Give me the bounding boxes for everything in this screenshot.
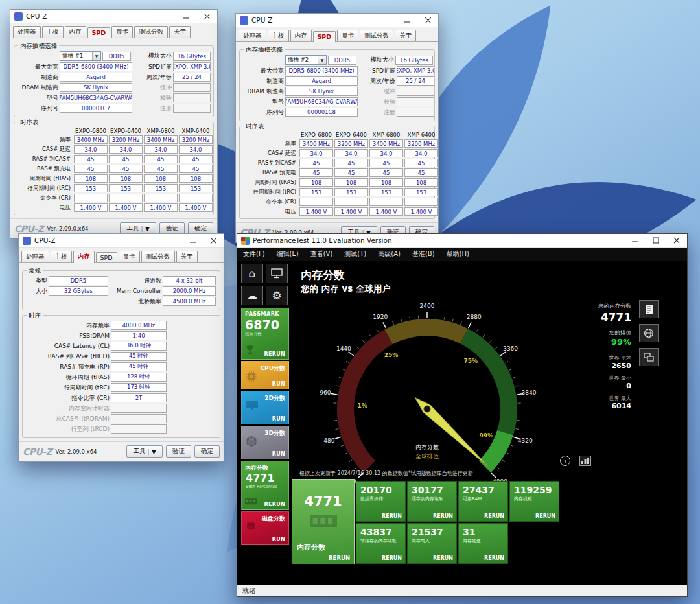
ram-icon: [308, 513, 339, 533]
tab-显卡[interactable]: 显卡: [337, 30, 358, 41]
tab-测试分数[interactable]: 测试分数: [134, 26, 168, 38]
slot-select[interactable]: 插槽 #2▼: [285, 55, 327, 65]
close-button[interactable]: [666, 234, 687, 247]
minimize-button[interactable]: [625, 234, 646, 247]
pt-titlebar[interactable]: PerformanceTest 11.0 Evaluation Version: [237, 234, 687, 248]
titlebar[interactable]: CPU-Z: [10, 10, 217, 23]
titlebar[interactable]: CPU-Z: [19, 234, 224, 248]
timing-cell: 45: [299, 159, 333, 167]
timing-cell: 34.0: [109, 145, 143, 154]
timing-cell: 108: [334, 178, 368, 187]
memory-rerun-button[interactable]: RERUN: [264, 502, 285, 507]
tab-关于[interactable]: 关于: [395, 30, 416, 41]
info-icon[interactable]: i: [560, 456, 570, 466]
tab-关于[interactable]: 关于: [176, 251, 198, 262]
tab-主板[interactable]: 主板: [51, 251, 72, 262]
validate-button[interactable]: 验证: [166, 445, 191, 458]
close-button[interactable]: [196, 10, 217, 23]
result-rerun-button[interactable]: RERUN: [433, 555, 453, 561]
timing-row-label: 周期时间 (tRAS): [242, 179, 298, 187]
disk-score-tile[interactable]: 磁盘分数 RUN: [241, 511, 289, 545]
memory-tile-label: 内存分数: [245, 464, 268, 472]
result-tile-4[interactable]: 43837 非缓存的内存读取 RERUN: [356, 523, 406, 564]
passmark-rerun-button[interactable]: RERUN: [264, 351, 285, 357]
field-value: 2T: [111, 393, 167, 402]
tab-处理器[interactable]: 处理器: [13, 26, 41, 38]
result-rerun-button[interactable]: RERUN: [382, 555, 402, 561]
tab-主板[interactable]: 主板: [268, 30, 289, 41]
tab-测试分数[interactable]: 测试分数: [141, 251, 175, 262]
tab-关于[interactable]: 关于: [169, 26, 191, 38]
tab-内存[interactable]: 内存: [290, 30, 312, 41]
result-rerun-button[interactable]: RERUN: [382, 513, 402, 519]
result-tile-0[interactable]: 20170 数据库操作 RERUN: [356, 481, 406, 522]
tab-内存[interactable]: 内存: [65, 26, 86, 38]
svg-text:1440: 1440: [336, 345, 351, 352]
result-tile-1[interactable]: 30177 缓存的内存读取 RERUN: [407, 481, 457, 522]
field-value: 16 GBytes: [173, 52, 211, 61]
tab-测试分数[interactable]: 测试分数: [360, 30, 393, 41]
field-value: Asgard: [285, 76, 358, 86]
tools-button[interactable]: 工具|▼: [126, 445, 163, 458]
menu-item-5[interactable]: 基准(B): [406, 248, 441, 261]
tab-显卡[interactable]: 显卡: [119, 251, 140, 262]
result-rerun-button[interactable]: RERUN: [433, 513, 453, 519]
menu-item-0[interactable]: 文件(F): [237, 248, 271, 261]
timing-cell: 3400 MHz: [299, 139, 333, 148]
menu-item-4[interactable]: 高级(A): [372, 248, 406, 261]
g3d-score-tile[interactable]: 3D分数 RUN: [241, 426, 289, 459]
field-value: DDR5-6800 (3400 MHz): [285, 66, 358, 75]
maximize-button[interactable]: [646, 234, 666, 247]
menu-item-3[interactable]: 测试(T): [338, 248, 372, 261]
minimize-button[interactable]: [182, 234, 203, 247]
cpu-score-tile[interactable]: CPU分数 RUN: [241, 361, 289, 389]
result-tile-6[interactable]: 31 内存延迟 RERUN: [458, 523, 508, 564]
menu-item-1[interactable]: 编辑(E): [271, 248, 305, 261]
titlebar[interactable]: CPU-Z: [236, 14, 438, 27]
memory-score-main-tile[interactable]: 4771 内存分数 RERUN: [292, 479, 355, 564]
baseline-monitor-icon[interactable]: [266, 264, 288, 283]
memory-score-tile[interactable]: 内存分数 4771 59th Percentile RERUN: [241, 461, 289, 510]
tab-处理器[interactable]: 处理器: [21, 251, 49, 262]
desktop: CPU-Z 处理器主板内存SPD显卡测试分数关于 内存插槽选择 插槽 #1▼ D…: [0, 0, 700, 604]
g2d-run-button[interactable]: RUN: [272, 416, 285, 422]
field-value: EXPO, XMP 3.0: [173, 62, 211, 71]
tab-显卡[interactable]: 显卡: [111, 26, 133, 38]
g3d-run-button[interactable]: RUN: [272, 451, 285, 457]
cloud-icon[interactable]: ☁: [241, 286, 263, 305]
passmark-rating-tile[interactable]: PASSMARK 6870 综合分数 RERUN: [241, 308, 289, 360]
tab-处理器[interactable]: 处理器: [239, 30, 266, 41]
tab-内存[interactable]: 内存: [73, 251, 95, 263]
result-rerun-button[interactable]: RERUN: [484, 513, 504, 519]
timing-cell: 108: [404, 178, 438, 187]
main-tile-rerun-button[interactable]: RERUN: [329, 555, 350, 561]
compare-icon[interactable]: [639, 348, 659, 366]
slot-type-field: DDR5: [102, 52, 131, 61]
gear-icon[interactable]: ⚙: [266, 286, 288, 305]
cpu-run-button[interactable]: RUN: [272, 381, 285, 387]
close-button[interactable]: [203, 234, 224, 247]
menu-item-6[interactable]: 帮助(H): [441, 248, 475, 261]
ok-button[interactable]: 确定: [194, 445, 220, 458]
disk-run-button[interactable]: RUN: [272, 537, 285, 542]
close-button[interactable]: [417, 14, 438, 27]
tab-SPD[interactable]: SPD: [96, 252, 117, 262]
chart-icon[interactable]: [579, 456, 591, 466]
tab-SPD[interactable]: SPD: [313, 31, 336, 42]
slot-select[interactable]: 插槽 #1▼: [60, 51, 101, 61]
result-rerun-button[interactable]: RERUN: [484, 555, 504, 561]
minimize-button[interactable]: [176, 10, 196, 23]
minimize-button[interactable]: [397, 14, 417, 27]
result-tile-2[interactable]: 27437 可用RAM RERUN: [458, 481, 508, 522]
report-icon[interactable]: [639, 300, 659, 318]
globe-icon[interactable]: [639, 324, 659, 342]
result-tile-5[interactable]: 21537 内存写入 RERUN: [407, 523, 457, 564]
field-value: 1:40: [111, 331, 167, 340]
result-tile-3[interactable]: 119259 内存线程 RERUN: [509, 481, 559, 522]
result-rerun-button[interactable]: RERUN: [535, 513, 555, 519]
home-icon[interactable]: ⌂: [241, 264, 263, 283]
g2d-score-tile[interactable]: 2D分数 RUN: [241, 391, 289, 424]
tab-SPD[interactable]: SPD: [88, 27, 111, 38]
tab-主板[interactable]: 主板: [42, 26, 64, 38]
menu-item-2[interactable]: 查看(V): [305, 248, 339, 261]
